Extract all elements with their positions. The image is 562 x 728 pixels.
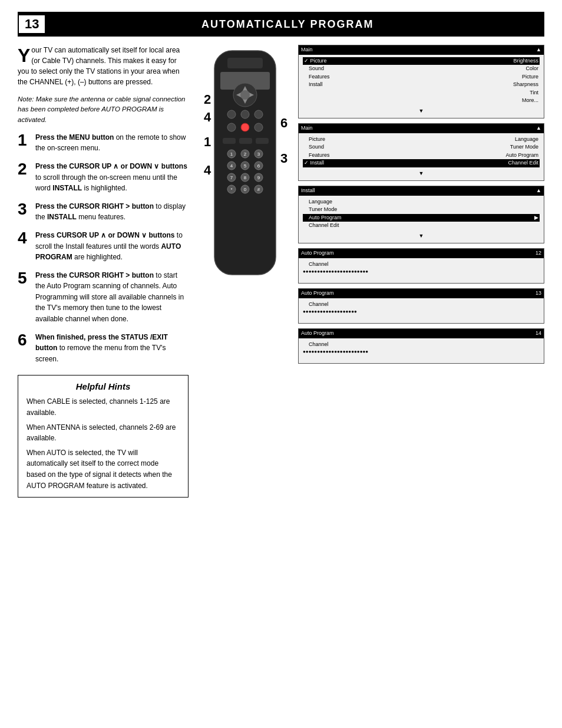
screen1-row4: InstallSharpness	[303, 81, 540, 89]
step-6: 6 When finished, press the STATUS /EXIT …	[18, 332, 189, 365]
svg-text:3: 3	[257, 151, 260, 157]
screen1-arrow-up: ▲	[536, 46, 541, 54]
screen4-title-row: Auto Program 12	[299, 249, 544, 258]
screen4-channel: Channel	[303, 261, 540, 269]
right-column: 1 2 3 4 5 6 7 8 9	[198, 45, 544, 498]
screen5-title-row: Auto Program 13	[299, 289, 544, 298]
svg-point-13	[241, 123, 249, 131]
screen-auto-prog-12: Auto Program 12 Channel ●●●●●●●●●●●●●●●●…	[298, 248, 544, 284]
screen6-title: Auto Program	[301, 330, 334, 338]
screen3-row4: Channel Edit	[303, 222, 540, 230]
screen-main-install: Main ▲ PictureLanguage SoundTuner Mode F…	[298, 123, 544, 181]
step-3: 3 Press the CURSOR RIGHT > button to dis…	[18, 201, 189, 223]
screen1-row5: Tint	[303, 89, 540, 97]
page-number: 13	[18, 14, 46, 34]
screen-main-basic: Main ▲ ✓ PictureBrightness SoundColor Fe…	[298, 45, 544, 118]
note-text: Note: Make sure the antenna or cable sig…	[18, 94, 189, 125]
screen1-title-row: Main ▲	[299, 45, 544, 55]
svg-text:7: 7	[230, 175, 233, 180]
page-title: Automatically Program	[52, 18, 544, 31]
remote-illustration: 1 2 3 4 5 6 7 8 9	[198, 45, 292, 498]
step-5: 5 Press the CURSOR RIGHT > button to sta…	[18, 270, 189, 325]
screen2-arrow-up: ▲	[536, 124, 541, 133]
screen5-title: Auto Program	[301, 289, 334, 298]
svg-point-10	[241, 110, 249, 118]
left-column: Your TV can automatically set itself for…	[18, 45, 189, 498]
screen3-arrow-down: ▼	[303, 232, 540, 241]
screen5-channel: Channel	[303, 301, 540, 309]
svg-text:3: 3	[280, 151, 287, 166]
step-3-number: 3	[18, 201, 31, 218]
hint-2: When ANTENNA is selected, channels 2-69 …	[27, 422, 180, 444]
screen-auto-prog-14: Auto Program 14 Channel ●●●●●●●●●●●●●●●●…	[298, 328, 544, 364]
screen3-arrow-up: ▲	[536, 187, 541, 195]
drop-cap: Y	[18, 46, 30, 65]
screen6-channel: Channel	[303, 341, 540, 349]
svg-text:5: 5	[244, 163, 247, 169]
screen1-row3: FeaturesPicture	[303, 73, 540, 81]
svg-point-11	[254, 110, 263, 118]
screen1-title: Main	[301, 46, 313, 54]
screen4-title: Auto Program	[301, 249, 334, 258]
svg-rect-1	[227, 58, 263, 68]
screen2-title: Main	[301, 124, 313, 133]
screen2-row2: SoundTuner Mode	[303, 143, 540, 151]
screen6-title-row: Auto Program 14	[299, 329, 544, 338]
svg-point-8	[240, 90, 250, 100]
intro-body: our TV can automatically set itself for …	[18, 46, 180, 86]
screen3-row3: Auto Program▶	[303, 214, 540, 222]
step-4-text: Press CURSOR UP ∧ or DOWN ∨ buttons to s…	[35, 230, 189, 263]
svg-text:1: 1	[204, 134, 211, 149]
hint-3: When AUTO is selected, the TV will autom…	[27, 447, 180, 491]
screen5-dots: ●●●●●●●●●●●●●●●●●●●	[303, 308, 540, 315]
hints-box: Helpful Hints When CABLE is selected, ch…	[18, 375, 189, 498]
svg-text:2: 2	[244, 151, 247, 157]
screen-install: Install ▲ Language Tuner Mode Auto Progr…	[298, 186, 544, 243]
screen3-title: Install	[301, 187, 315, 195]
svg-point-9	[227, 110, 236, 118]
main-content: Your TV can automatically set itself for…	[18, 45, 544, 498]
screen2-row3: FeaturesAuto Program	[303, 151, 540, 160]
svg-text:0: 0	[244, 187, 247, 192]
svg-text:2: 2	[204, 92, 211, 107]
step-2-text: Press the CURSOR UP ∧ or DOWN ∨ buttons …	[35, 161, 189, 194]
hints-title: Helpful Hints	[27, 381, 180, 391]
step-6-text: When finished, press the STATUS /EXIT bu…	[35, 332, 189, 365]
svg-rect-17	[256, 138, 269, 144]
hints-text: When CABLE is selected, channels 1-125 a…	[27, 396, 180, 491]
hint-1: When CABLE is selected, channels 1-125 a…	[27, 396, 180, 418]
svg-text:8: 8	[244, 175, 247, 180]
screen2-arrow-down: ▼	[303, 170, 540, 178]
intro-text: Your TV can automatically set itself for…	[18, 45, 189, 87]
screen1-arrow-down: ▼	[303, 107, 540, 116]
screen4-dots: ●●●●●●●●●●●●●●●●●●●●●●●	[303, 268, 540, 275]
screen2-row1: PictureLanguage	[303, 136, 540, 144]
step-6-number: 6	[18, 332, 31, 348]
screen-auto-prog-13: Auto Program 13 Channel ●●●●●●●●●●●●●●●●…	[298, 288, 544, 324]
svg-text:4: 4	[204, 110, 211, 124]
svg-text:9: 9	[257, 175, 260, 180]
step-2-number: 2	[18, 161, 31, 177]
step-1-text: Press the MENU button on the remote to s…	[35, 132, 189, 154]
screen6-dots: ●●●●●●●●●●●●●●●●●●●●●●●	[303, 348, 540, 355]
svg-point-12	[227, 123, 236, 131]
step-4-number: 4	[18, 230, 31, 246]
svg-text:4: 4	[230, 163, 233, 169]
screen3-title-row: Install ▲	[299, 186, 544, 196]
screen3-row2: Tuner Mode	[303, 206, 540, 214]
svg-text:#: #	[257, 187, 260, 192]
screens-column: Main ▲ ✓ PictureBrightness SoundColor Fe…	[298, 45, 544, 498]
step-1-number: 1	[18, 132, 31, 149]
svg-text:*: *	[230, 187, 232, 192]
step-4: 4 Press CURSOR UP ∧ or DOWN ∨ buttons to…	[18, 230, 189, 263]
screen2-row4: ✓ InstallChannel Edit	[303, 159, 540, 167]
screen3-row1: Language	[303, 198, 540, 206]
svg-text:6: 6	[280, 116, 287, 130]
svg-text:4: 4	[204, 163, 211, 177]
svg-rect-15	[223, 138, 236, 144]
step-1: 1 Press the MENU button on the remote to…	[18, 132, 189, 154]
svg-rect-16	[239, 138, 252, 144]
page: 13 Automatically Program Your TV can aut…	[0, 0, 562, 728]
remote-svg: 1 2 3 4 5 6 7 8 9	[198, 45, 292, 292]
step-2: 2 Press the CURSOR UP ∧ or DOWN ∨ button…	[18, 161, 189, 194]
